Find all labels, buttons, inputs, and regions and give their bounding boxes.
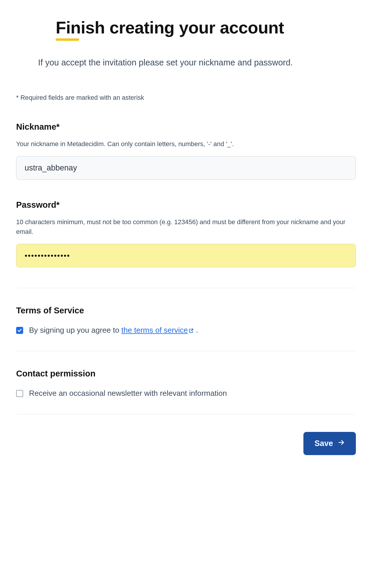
separator xyxy=(16,351,356,351)
page-title: Finish creating your account xyxy=(56,18,356,37)
separator xyxy=(16,288,356,288)
intro-text: If you accept the invitation please set … xyxy=(38,58,356,67)
tos-checkbox[interactable] xyxy=(16,327,23,334)
nickname-field: Nickname* Your nickname in Metadecidim. … xyxy=(16,122,356,180)
toggle-password-visibility-button[interactable] xyxy=(342,251,351,260)
password-input[interactable] xyxy=(16,244,356,267)
nickname-input[interactable] xyxy=(16,156,356,180)
save-button-label: Save xyxy=(315,439,333,448)
tos-heading: Terms of Service xyxy=(16,306,356,315)
nickname-help: Your nickname in Metadecidim. Can only c… xyxy=(16,139,356,149)
newsletter-label: Receive an occasional newsletter with re… xyxy=(29,389,227,398)
title-underline xyxy=(56,38,79,41)
arrow-right-icon xyxy=(338,439,345,448)
password-help: 10 characters minimum, must not be too c… xyxy=(16,217,356,236)
contact-section: Contact permission Receive an occasional… xyxy=(16,369,356,398)
save-button[interactable]: Save xyxy=(303,432,356,455)
tos-label: By signing up you agree to the terms of … xyxy=(29,326,198,335)
required-note: * Required fields are marked with an ast… xyxy=(16,94,356,102)
contact-heading: Contact permission xyxy=(16,369,356,379)
tos-section: Terms of Service By signing up you agree… xyxy=(16,306,356,335)
tos-prefix: By signing up you agree to xyxy=(29,326,121,334)
tos-link-text: the terms of service xyxy=(121,326,188,334)
nickname-label: Nickname* xyxy=(16,122,356,132)
password-field: Password* 10 characters minimum, must no… xyxy=(16,200,356,267)
tos-link[interactable]: the terms of service xyxy=(121,326,194,334)
password-label: Password* xyxy=(16,200,356,210)
separator xyxy=(16,414,356,414)
external-link-icon xyxy=(188,328,194,333)
newsletter-checkbox[interactable] xyxy=(16,390,23,397)
tos-suffix: . xyxy=(194,326,198,334)
